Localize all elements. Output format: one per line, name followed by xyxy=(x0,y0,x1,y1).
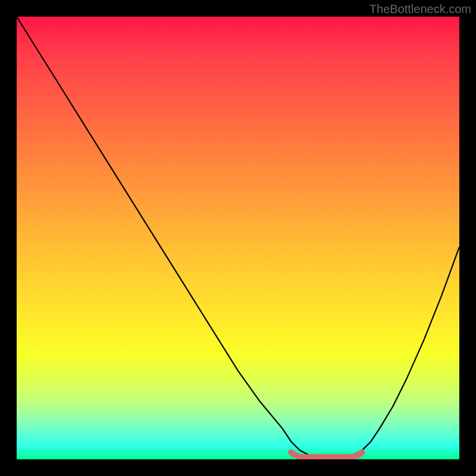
watermark-text: TheBottleneck.com xyxy=(369,2,471,16)
chart-svg xyxy=(17,17,459,459)
optimal-range-marker xyxy=(291,452,362,457)
chart-plot-area xyxy=(17,17,459,459)
bottleneck-curve xyxy=(17,17,459,458)
